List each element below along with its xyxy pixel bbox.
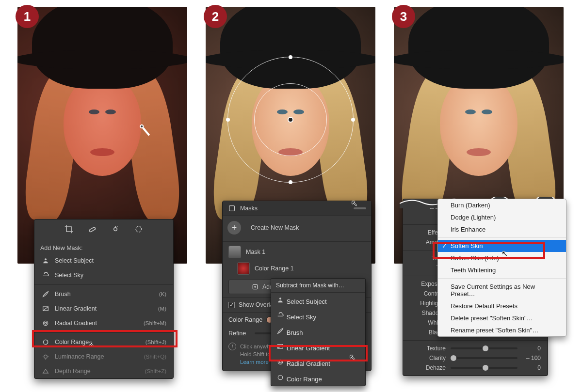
color-range-row[interactable]: Color Range (Shift+J)	[34, 335, 173, 349]
person-icon	[276, 296, 285, 304]
linear-gradient-icon	[41, 304, 50, 313]
depth-icon	[41, 367, 50, 376]
fx-restore-preset[interactable]: Restore Default Presets	[438, 300, 566, 312]
brush-row[interactable]: Brush (K)	[34, 287, 173, 301]
svg-point-8	[44, 355, 48, 359]
sky-icon	[41, 271, 50, 280]
svg-point-15	[279, 361, 281, 363]
texture-slider[interactable]	[451, 347, 517, 349]
mask-toolbar	[34, 220, 173, 241]
person-icon	[41, 256, 50, 265]
svg-point-6	[45, 322, 47, 324]
redeye-icon[interactable]	[111, 224, 120, 234]
fx-teeth[interactable]: Teeth Whitening	[438, 264, 566, 276]
sub-select-sky[interactable]: Select Sky	[271, 308, 365, 324]
panel-title: Masks	[240, 205, 258, 212]
fx-iris[interactable]: Iris Enhance	[438, 223, 566, 235]
crop-icon[interactable]	[64, 224, 74, 234]
show-overlay-checkbox[interactable]	[228, 302, 235, 308]
luminance-range-row[interactable]: Luminance Range (Shift+Q)	[34, 349, 173, 364]
sub-brush[interactable]: Brush	[271, 324, 365, 339]
eyedropper-icon	[137, 123, 154, 139]
fx-burn[interactable]: Burn (Darken)	[438, 199, 566, 211]
step-number-badge: 3	[392, 5, 415, 28]
brush-icon	[276, 327, 285, 335]
dehaze-slider[interactable]	[451, 367, 517, 369]
heal-icon[interactable]	[87, 224, 97, 234]
step-3: 3 areas, Learn Effect : Amount Temp Tint…	[394, 7, 564, 264]
svg-rect-9	[229, 206, 235, 211]
cursor-icon: ↖	[349, 353, 356, 362]
mask-icon[interactable]	[134, 224, 144, 234]
linear-gradient-row[interactable]: Linear Gradient (M)	[34, 301, 173, 316]
svg-point-1	[114, 228, 117, 231]
svg-point-12	[279, 298, 281, 299]
sub-select-subject[interactable]: Select Subject	[271, 293, 365, 308]
svg-rect-0	[89, 227, 96, 232]
step-1: 1 Add New Mask: Select Subject Select Sk…	[17, 7, 187, 264]
svg-point-3	[45, 258, 47, 260]
mask-item[interactable]: Mask 1	[223, 244, 371, 260]
subtract-submenu: Subtract from Mask with… Select Subject …	[271, 278, 366, 386]
linear-gradient-icon	[276, 342, 285, 351]
fx-rename-preset[interactable]: Rename preset "Soften Skin"…	[438, 324, 566, 336]
effect-preset-menu: Burn (Darken) Dodge (Lighten) Iris Enhan…	[437, 199, 566, 337]
mask-name: Mask 1	[246, 249, 265, 255]
fx-save-preset[interactable]: Save Current Settings as New Preset…	[438, 281, 566, 300]
cursor-icon: ↖	[351, 199, 357, 208]
create-mask-label: Create New Mask	[251, 224, 299, 231]
sky-icon	[276, 311, 285, 320]
cursor-icon: ↖	[501, 249, 508, 258]
sub-color-range[interactable]: Color Range	[271, 370, 365, 386]
radial-gradient-icon	[276, 358, 285, 366]
brush-icon	[41, 290, 50, 298]
panel-icon	[227, 204, 236, 213]
svg-point-14	[278, 360, 282, 364]
color-range-icon	[276, 373, 285, 382]
fx-delete-preset[interactable]: Delete preset "Soften Skin"…	[438, 312, 566, 324]
color-range-icon	[41, 338, 50, 346]
step-number-badge: 2	[204, 5, 227, 28]
svg-point-2	[136, 226, 142, 232]
add-mask-panel: Add New Mask: Select Subject Select Sky …	[34, 219, 174, 379]
info-icon: i	[228, 343, 236, 350]
add-icon	[251, 282, 259, 291]
svg-point-16	[278, 375, 282, 379]
color-range-label: Color Range	[228, 316, 262, 323]
depth-range-row[interactable]: Depth Range (Shift+Z)	[34, 364, 173, 378]
radial-gradient-row[interactable]: Radial Gradient (Shift+M)	[34, 316, 173, 330]
learn-more-link[interactable]: Learn more	[240, 359, 269, 365]
mask-thumb	[228, 246, 241, 258]
clarity-slider[interactable]	[451, 357, 517, 359]
create-mask-button[interactable]: +	[227, 221, 241, 235]
refine-label: Refine	[228, 330, 251, 337]
step-number-badge: 1	[16, 5, 39, 28]
color-range-thumb	[237, 262, 250, 275]
select-sky-row[interactable]: Select Sky	[34, 268, 173, 282]
svg-point-5	[43, 321, 48, 325]
cursor-icon: ↖	[88, 340, 95, 349]
step-2: 2 ↖ Masks + Create New Mask Mask 1 Color…	[206, 7, 375, 264]
luminance-icon	[41, 352, 50, 361]
subitem-name: Color Range 1	[255, 265, 294, 272]
mask-subitem[interactable]: Color Range 1	[223, 260, 371, 277]
fx-dodge[interactable]: Dodge (Lighten)	[438, 211, 566, 223]
radial-gradient-icon	[41, 319, 50, 328]
select-subject-row[interactable]: Select Subject	[34, 253, 173, 268]
add-mask-heading: Add New Mask:	[34, 241, 173, 253]
submenu-header: Subtract from Mask with…	[271, 279, 365, 293]
